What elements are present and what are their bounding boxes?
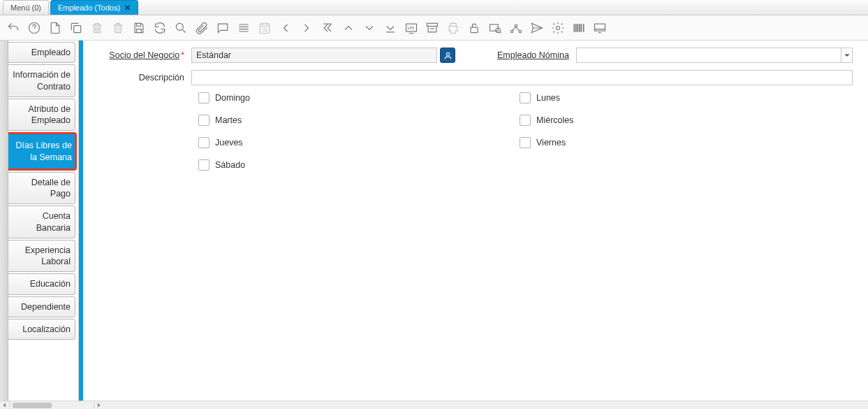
lock-icon[interactable] bbox=[466, 20, 482, 36]
checkbox-sábado[interactable]: Sábado bbox=[198, 159, 492, 171]
checkbox-label: Sábado bbox=[215, 160, 245, 170]
screen-icon[interactable] bbox=[592, 20, 608, 36]
horizontal-scrollbar[interactable] bbox=[0, 401, 868, 409]
send-icon[interactable] bbox=[529, 20, 545, 36]
svg-rect-7 bbox=[471, 27, 478, 32]
sidebar-item-label: Cuenta Bancaria bbox=[13, 210, 71, 234]
sidebar-item-label: Experiencia Laboral bbox=[13, 245, 71, 268]
new-icon[interactable] bbox=[47, 20, 63, 36]
tab-empleado-label: Empleado (Todos) bbox=[58, 3, 120, 12]
checkbox-box[interactable] bbox=[198, 115, 209, 126]
svg-point-15 bbox=[446, 52, 449, 55]
down-icon[interactable] bbox=[362, 20, 377, 36]
next-icon[interactable] bbox=[299, 20, 314, 36]
chat-icon[interactable] bbox=[215, 20, 230, 36]
checkbox-domingo[interactable]: Domingo bbox=[198, 92, 492, 103]
checkbox-martes[interactable]: Martes bbox=[198, 115, 492, 126]
svg-rect-1 bbox=[74, 25, 81, 32]
refresh-icon[interactable] bbox=[152, 20, 168, 36]
zoom-icon[interactable] bbox=[487, 20, 503, 36]
row-descripcion: Descripción bbox=[90, 70, 853, 85]
sidebar-item-9[interactable]: Localización bbox=[8, 319, 75, 340]
sidebar-item-2[interactable]: Atributo de Empleado bbox=[8, 99, 75, 131]
workflow-icon[interactable] bbox=[508, 20, 524, 36]
checkbox-box[interactable] bbox=[198, 92, 209, 103]
report-icon[interactable] bbox=[404, 20, 419, 36]
top-tabs: Menú (0) Empleado (Todos) ✕ bbox=[0, 0, 868, 15]
up-icon[interactable] bbox=[341, 20, 356, 36]
close-icon[interactable]: ✕ bbox=[124, 3, 131, 13]
gear-icon[interactable] bbox=[550, 20, 566, 36]
checkbox-box[interactable] bbox=[520, 92, 531, 103]
tab-menu-label: Menú (0) bbox=[10, 3, 41, 12]
chevron-down-icon[interactable] bbox=[841, 48, 852, 62]
calendar-icon[interactable]: 31 bbox=[257, 20, 272, 36]
save-icon[interactable] bbox=[131, 20, 147, 36]
svg-rect-6 bbox=[427, 23, 438, 26]
scroll-left-icon[interactable] bbox=[0, 401, 10, 410]
sidebar-item-3[interactable]: Días Libres de la Semana bbox=[8, 132, 77, 171]
combo-empleado-input[interactable] bbox=[577, 48, 841, 62]
sidebar-item-4[interactable]: Detalle de Pago bbox=[8, 172, 75, 205]
prev-icon[interactable] bbox=[278, 20, 293, 36]
checkbox-label: Martes bbox=[215, 115, 242, 125]
archive-icon[interactable] bbox=[425, 20, 440, 36]
sidebar-grip[interactable] bbox=[0, 41, 8, 401]
sidebar-item-7[interactable]: Educación bbox=[8, 273, 75, 294]
sidebar-item-0[interactable]: Empleado bbox=[8, 42, 75, 63]
tab-menu[interactable]: Menú (0) bbox=[3, 0, 49, 15]
sidebar-item-label: Detalle de Pago bbox=[13, 177, 71, 200]
checkbox-miércoles[interactable]: Miércoles bbox=[520, 115, 813, 126]
sidebar-item-label: Educación bbox=[30, 278, 71, 289]
svg-rect-14 bbox=[595, 24, 605, 31]
checkbox-label: Jueves bbox=[215, 138, 243, 148]
button-socio-lookup[interactable] bbox=[440, 48, 455, 63]
delete2-icon bbox=[110, 20, 126, 36]
barcode-icon[interactable] bbox=[571, 20, 587, 36]
row-socio: Socio del Negocio Empleado Nómina bbox=[90, 48, 853, 63]
checkbox-label: Domingo bbox=[215, 93, 250, 103]
scroll-thumb[interactable] bbox=[13, 403, 52, 408]
checkbox-lunes[interactable]: Lunes bbox=[520, 92, 813, 103]
label-empleado-nomina: Empleado Nómina bbox=[497, 50, 576, 60]
checkbox-label: Miércoles bbox=[536, 115, 574, 125]
svg-text:31: 31 bbox=[263, 27, 268, 32]
sidebar-item-label: Empleado bbox=[31, 47, 71, 58]
content-container: Socio del Negocio Empleado Nómina Descri… bbox=[79, 41, 868, 401]
checkbox-box[interactable] bbox=[520, 115, 531, 126]
days-grid: DomingoLunesMartesMiércolesJuevesViernes… bbox=[198, 92, 813, 171]
list-icon[interactable] bbox=[236, 20, 251, 36]
copy-icon[interactable] bbox=[68, 20, 84, 36]
sidebar-item-8[interactable]: Dependiente bbox=[8, 296, 75, 317]
label-socio: Socio del Negocio bbox=[90, 50, 191, 60]
input-socio[interactable] bbox=[191, 48, 437, 63]
attach-icon[interactable] bbox=[194, 20, 209, 36]
sidebar-item-6[interactable]: Experiencia Laboral bbox=[8, 240, 75, 273]
print-icon[interactable] bbox=[446, 20, 461, 36]
svg-rect-5 bbox=[406, 24, 417, 31]
sidebar-item-label: Días Libres de la Semana bbox=[11, 140, 72, 163]
checkbox-label: Lunes bbox=[536, 93, 560, 103]
undo-icon[interactable] bbox=[6, 20, 21, 36]
last-icon[interactable] bbox=[383, 20, 398, 36]
checkbox-box[interactable] bbox=[520, 137, 531, 148]
first-icon[interactable] bbox=[320, 20, 335, 36]
svg-point-10 bbox=[511, 30, 513, 32]
scroll-right-icon[interactable] bbox=[94, 401, 103, 410]
search-icon[interactable] bbox=[173, 20, 189, 36]
svg-rect-8 bbox=[490, 24, 499, 31]
sidebar-item-1[interactable]: Información de Contrato bbox=[8, 64, 75, 97]
checkbox-viernes[interactable]: Viernes bbox=[520, 137, 813, 148]
checkbox-box[interactable] bbox=[198, 159, 209, 171]
toolbar: 31 bbox=[0, 15, 868, 41]
input-descripcion[interactable] bbox=[191, 70, 853, 85]
combo-empleado-nomina[interactable] bbox=[576, 48, 853, 63]
checkbox-jueves[interactable]: Jueves bbox=[198, 137, 492, 148]
svg-point-12 bbox=[519, 30, 521, 32]
help-icon[interactable] bbox=[27, 20, 42, 36]
tab-empleado[interactable]: Empleado (Todos) ✕ bbox=[50, 0, 138, 15]
svg-point-2 bbox=[176, 23, 183, 30]
checkbox-box[interactable] bbox=[198, 137, 209, 148]
svg-point-13 bbox=[557, 26, 560, 29]
sidebar-item-5[interactable]: Cuenta Bancaria bbox=[8, 206, 75, 238]
